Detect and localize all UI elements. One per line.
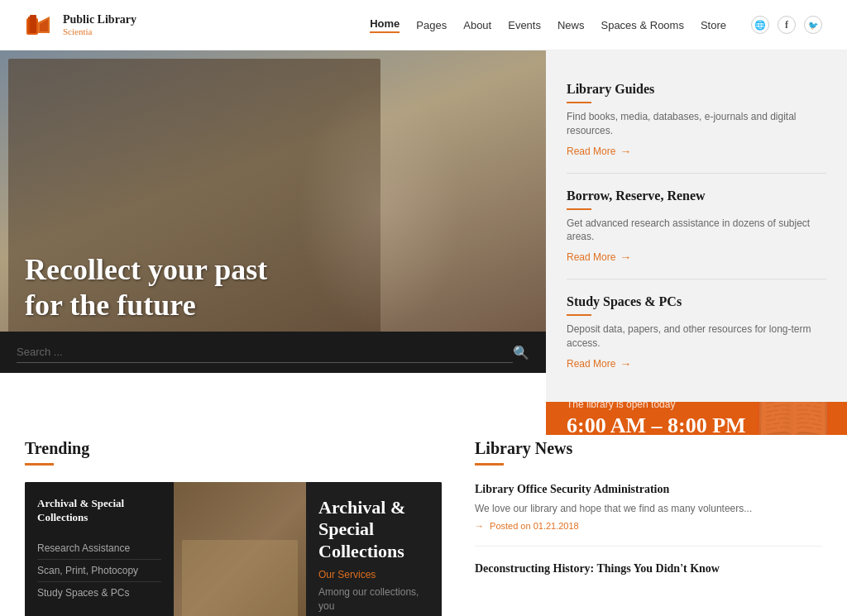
nav-pages[interactable]: Pages	[416, 19, 447, 31]
nav-spaces[interactable]: Spaces & Rooms	[601, 19, 683, 31]
search-bar: 🔍	[0, 332, 546, 373]
panel-text-study: Deposit data, papers, and other resource…	[567, 322, 826, 351]
logo-title: Public Library	[63, 13, 136, 26]
news-item-1: Library Office Security Administration W…	[475, 482, 822, 547]
news-underline	[475, 463, 504, 466]
panel-underline	[567, 102, 591, 103]
hours-panel: The library is open today 6:00 AM – 8:00…	[546, 402, 847, 435]
hero-image: Recollect your past for the future 🔍	[0, 50, 546, 373]
hero-overlay: Recollect your past for the future	[25, 252, 267, 323]
twitter-icon[interactable]: 🐦	[804, 16, 822, 34]
news-title: Library News	[475, 439, 822, 458]
trending-content-title: Archival & Special Collections	[318, 497, 429, 562]
trending-card: Archival & Special Collections Research …	[25, 482, 442, 616]
arrow-icon-2: →	[620, 251, 631, 264]
news-arrow-icon: →	[475, 521, 484, 531]
social-links: 🌐 f 🐦	[751, 16, 822, 34]
panel-title-study: Study Spaces & PCs	[567, 294, 826, 309]
nav-news[interactable]: News	[557, 19, 585, 31]
trending-section: Trending Archival & Special Collections …	[25, 439, 442, 616]
library-news-section: Library News Library Office Security Adm…	[475, 439, 822, 616]
nav-home[interactable]: Home	[370, 17, 400, 33]
main-nav: Home Pages About Events News Spaces & Ro…	[370, 16, 822, 34]
logo: Public Library Scientia	[25, 10, 136, 40]
read-more-study[interactable]: Read More →	[567, 357, 826, 370]
trending-underline	[25, 463, 54, 466]
panel-title-borrow: Borrow, Reserve, Renew	[567, 189, 826, 203]
info-panel-guides: Library Guides Find books, media, databa…	[567, 67, 826, 174]
hero-section: Recollect your past for the future 🔍 Lib…	[0, 50, 847, 414]
trending-title: Trending	[25, 439, 442, 458]
logo-icon	[25, 10, 55, 40]
globe-icon[interactable]: 🌐	[751, 16, 769, 34]
trending-sidebar: Archival & Special Collections Research …	[25, 482, 174, 616]
panel-underline-3	[567, 314, 591, 316]
info-panels: Library Guides Find books, media, databa…	[546, 50, 847, 402]
panel-title-guides: Library Guides	[567, 82, 826, 97]
read-more-borrow[interactable]: Read More →	[567, 251, 826, 264]
news-date-1: → Posted on 01.21.2018	[475, 521, 822, 531]
read-more-guides[interactable]: Read More →	[567, 145, 826, 158]
hero-right: Library Guides Find books, media, databa…	[546, 50, 847, 414]
news-text-1: We love our library and hope that we fin…	[475, 502, 822, 516]
news-item-2: Deconstructing History: Things You Didn'…	[475, 561, 822, 596]
trending-content-text: Among our collections, you	[318, 585, 429, 614]
arrow-icon: →	[620, 145, 631, 158]
trending-sidebar-title: Archival & Special Collections	[37, 497, 161, 525]
trending-sidebar-item-1[interactable]: Research Assistance	[37, 537, 161, 560]
bottom-section: Trending Archival & Special Collections …	[0, 414, 847, 616]
search-input[interactable]	[17, 341, 513, 363]
trending-sidebar-item-2[interactable]: Scan, Print, Photocopy	[37, 560, 161, 582]
trending-content: Archival & Special Collections Our Servi…	[306, 482, 442, 616]
hero-heading: Recollect your past for the future	[25, 252, 267, 323]
panel-text-guides: Find books, media, databases, e-journals…	[567, 110, 826, 138]
arrow-icon-3: →	[620, 357, 631, 370]
nav-about[interactable]: About	[463, 19, 491, 31]
book-bg-icon: 📖	[752, 402, 835, 435]
nav-events[interactable]: Events	[508, 19, 541, 31]
info-panel-study: Study Spaces & PCs Deposit data, papers,…	[567, 279, 826, 385]
hero-line2: for the future	[25, 289, 196, 322]
facebook-icon[interactable]: f	[778, 16, 796, 34]
header: Public Library Scientia Home Pages About…	[0, 0, 847, 50]
panel-underline-2	[567, 208, 591, 210]
logo-subtitle: Scientia	[63, 26, 136, 36]
panel-text-borrow: Get advanced research assistance in doze…	[567, 217, 826, 245]
news-title-2[interactable]: Deconstructing History: Things You Didn'…	[475, 561, 822, 576]
svg-rect-2	[30, 15, 36, 33]
trending-content-subtitle: Our Services	[318, 569, 429, 580]
trending-sidebar-item-3[interactable]: Study Spaces & PCs	[37, 582, 161, 604]
hero-line1: Recollect your past	[25, 253, 267, 286]
search-button[interactable]: 🔍	[513, 345, 529, 361]
nav-store[interactable]: Store	[701, 19, 726, 31]
logo-text: Public Library Scientia	[63, 13, 136, 36]
trending-image	[174, 482, 306, 616]
info-panel-borrow: Borrow, Reserve, Renew Get advanced rese…	[567, 174, 826, 280]
news-title-1[interactable]: Library Office Security Administration	[475, 482, 822, 497]
